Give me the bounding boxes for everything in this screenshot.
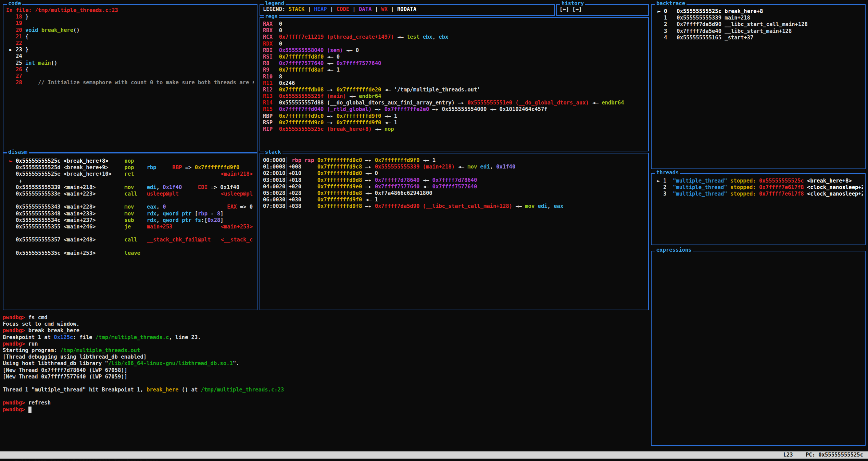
terminal-line: 0x55555555525d <break_here+9> pop rbp RB… [6, 164, 254, 171]
terminal-line: RSP 0x7fffffffd9c0 —▸ 0x7fffffffd9f0 ◄— … [263, 120, 645, 126]
text-segment: mov [124, 184, 134, 190]
terminal-line: Starting program: /tmp/multiple_threads.… [3, 347, 646, 354]
text-segment: int [25, 60, 35, 66]
text-segment: , line 23. [169, 334, 201, 340]
text-segment: void [25, 27, 38, 33]
text-segment: RBP [263, 113, 279, 119]
terminal-line: 06:0030│+030 0x7fffffffd9f0 ◄— 1 [263, 197, 645, 203]
terminal-line: 21 { [6, 34, 254, 40]
text-segment: edi [538, 203, 548, 209]
text-segment: ◄— [419, 184, 432, 190]
text-segment: 0 [279, 27, 282, 34]
terminal-line [6, 243, 254, 250]
text-segment: EDI [198, 184, 207, 190]
console-output[interactable]: pwndbg> fs cmdFocus set to cmd window.pw… [3, 314, 646, 413]
terminal-line: RDI 0x555555558040 (sem) ◄— 0 [263, 47, 645, 54]
text-segment: rdx [147, 211, 156, 217]
text-segment: qword ptr [163, 217, 194, 223]
text-segment: sub [124, 217, 134, 223]
text-segment: endbr64 [602, 100, 624, 106]
text-segment: 3 0x7ffff7da5e40 __libc_start_main+128 [654, 28, 792, 34]
text-segment: EAX [227, 204, 237, 210]
text-segment [6, 171, 16, 177]
text-segment: 0 [163, 204, 166, 210]
status-right: L23 PC: 0x55555555525c [783, 452, 863, 458]
terminal-line: 0x55555555525e <break_here+10> ret<main+… [6, 171, 254, 177]
terminal-line: In file: /tmp/multiple_threads.c:23 [6, 7, 254, 14]
text-segment: "multiple_thread" [673, 178, 727, 184]
text-segment: pwndbg> [3, 407, 28, 413]
text-segment: Breakpoint 1 at [3, 334, 54, 340]
text-segment: break_here [147, 387, 178, 393]
text-segment: 28 [6, 79, 25, 86]
text-segment: 0x555555555339 <main+218> [16, 184, 96, 190]
text-segment: 0x7ffff7d78640 [432, 177, 477, 183]
text-segment [6, 237, 16, 243]
text-segment: 07:0038│+038 [263, 203, 317, 209]
text-segment [756, 184, 759, 190]
text-segment: 0x7fffffffd8f0 [279, 54, 324, 60]
text-segment [6, 164, 16, 171]
terminal-line: 0x555555555348 <main+233> mov rdx, qword… [6, 211, 254, 217]
text-segment: { [25, 66, 28, 73]
text-segment: 2 [654, 184, 673, 190]
text-segment: —▸ [362, 177, 375, 183]
text-segment: ◄— 1 [362, 197, 378, 203]
text-segment [134, 164, 147, 171]
terminal-line: RDX 0 [263, 41, 645, 47]
text-segment: RDI [263, 47, 279, 53]
text-segment: ► 23 } [6, 47, 28, 53]
text-segment: ◄— 0 [324, 54, 340, 60]
text-segment: In file: /tmp/multiple_threads.c:23 [6, 7, 118, 13]
text-segment: 0x7fffffffde20 [337, 87, 381, 93]
text-segment: ebx [439, 34, 448, 40]
text-segment: () at [178, 387, 201, 393]
text-segment: RAX [263, 21, 279, 27]
text-segment: pwndbg> [3, 327, 28, 334]
stack-content: 00:0000│ rbp rsp 0x7fffffffd9c0 —▸ 0x7ff… [260, 153, 648, 310]
history-back-button[interactable]: [←] [559, 6, 569, 12]
text-segment: => 0x1f40 [207, 184, 239, 190]
text-segment: 0x7ffff7577640 [432, 184, 477, 190]
terminal-line: pwndbg> [3, 407, 646, 413]
text-segment: [New Thread 0x7ffff7d78640 (LWP 67058)] [3, 367, 127, 373]
terminal-line: 01:0008│+008 0x7fffffffd9c8 —▸ 0x5555555… [263, 164, 645, 170]
text-segment: 0x7fffffffd9f0 [195, 164, 240, 171]
text-segment [6, 250, 16, 256]
text-segment: 0x7fffffffd9f0 [337, 113, 381, 119]
text-segment: eax [554, 203, 563, 209]
terminal-line: 25 int main() [6, 60, 254, 66]
text-segment: —▸ [362, 164, 375, 170]
text-segment: break_here [41, 27, 73, 33]
text-segment: run [28, 341, 38, 347]
text-segment [569, 6, 572, 12]
right-annotation: <main+218> [221, 171, 253, 177]
status-left: multi-thre Thread 0x7ffff7d797 In: break… [15, 458, 159, 461]
terminal-line: R15 0x7ffff7ffd040 (_rtld_global) —▸ 0x7… [263, 106, 645, 113]
text-segment: stopped: [730, 178, 756, 184]
terminal-line: 28 // Initialize semaphore with count 0 … [6, 79, 254, 86]
text-segment: { [25, 34, 28, 40]
text-segment: 04:0020│+020 [263, 184, 317, 190]
text-segment: —▸ 0x555555554000 ◄— 0x10102464c457f [429, 106, 547, 112]
legend-content: LEGEND: STACK | HEAP | CODE | DATA | WX … [260, 5, 554, 15]
text-segment: 0x7ffff7577640 [337, 60, 381, 66]
text-segment: , [490, 164, 496, 170]
text-segment [314, 157, 317, 163]
text-segment: ebx [423, 34, 432, 40]
text-segment: 2 0x7ffff7da5d90 __libc_start_call_main+… [654, 21, 808, 27]
terminal-line: R13 0x55555555525f (main) ◄— endbr64 [263, 93, 645, 100]
text-segment: ◄— [589, 100, 602, 106]
text-segment: RIP [263, 126, 279, 132]
terminal-line: [Thread debugging using libthread_db ena… [3, 354, 646, 360]
terminal-line: 22 [6, 40, 254, 47]
text-segment: WX [381, 6, 388, 12]
terminal-line: 4 0x555555555165 _start+37 [654, 35, 862, 41]
text-segment: 06:0030│+030 [263, 197, 317, 203]
history-forward-button[interactable]: [→] [572, 6, 582, 12]
text-segment: R14 [263, 100, 279, 106]
text-segment: ◄— 1 [381, 113, 397, 119]
text-segment: —▸ [362, 203, 375, 209]
text-segment: 4 0x555555555165 _start+37 [654, 35, 753, 41]
terminal-line [3, 393, 646, 400]
